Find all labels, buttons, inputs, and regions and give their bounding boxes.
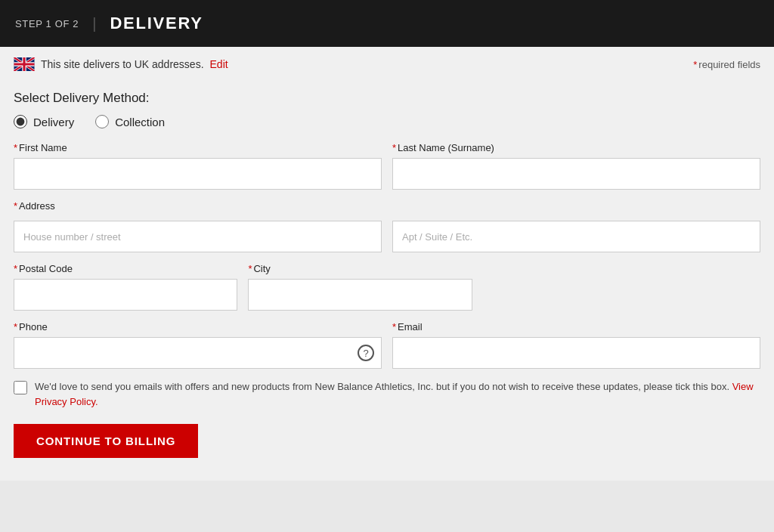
email-label: *Email <box>392 321 760 332</box>
email-group: *Email <box>392 321 760 369</box>
postal-code-input[interactable] <box>14 279 237 311</box>
page-title: DELIVERY <box>110 14 203 33</box>
delivery-radio-label[interactable]: Delivery <box>14 115 74 128</box>
delivery-radio[interactable] <box>14 115 27 128</box>
delivery-method-title: Select Delivery Method: <box>14 91 760 106</box>
email-input[interactable] <box>392 337 760 369</box>
city-input[interactable] <box>248 279 472 311</box>
continue-to-billing-button[interactable]: CONTINUE TO BILLING <box>14 424 198 458</box>
postal-code-group: *Postal Code <box>14 263 237 311</box>
delivery-option-label: Delivery <box>33 116 74 128</box>
required-fields-notice: *required fields <box>693 59 760 70</box>
collection-option-label: Collection <box>115 116 165 128</box>
header-divider: | <box>92 15 96 32</box>
first-name-input[interactable] <box>14 158 382 190</box>
address-line1-input[interactable] <box>14 221 382 252</box>
step-label: STEP 1 OF 2 <box>15 18 79 29</box>
info-bar-left: This site delivers to UK addresses. Edit <box>14 57 228 71</box>
uk-flag-icon <box>14 57 35 71</box>
postal-city-row: *Postal Code *City <box>14 263 760 311</box>
page-header: STEP 1 OF 2 | DELIVERY <box>0 0 774 47</box>
last-name-label: *Last Name (Surname) <box>392 142 760 153</box>
delivery-method-section: Select Delivery Method: Delivery Collect… <box>14 91 760 369</box>
first-name-group: *First Name <box>14 142 382 190</box>
required-star: * <box>693 59 697 70</box>
phone-email-row: *Phone ? *Email <box>14 321 760 369</box>
address-line2-input[interactable] <box>392 221 760 252</box>
first-name-label: *First Name <box>14 142 382 153</box>
last-name-input[interactable] <box>392 158 760 190</box>
name-row: *First Name *Last Name (Surname) <box>14 142 760 190</box>
last-name-group: *Last Name (Surname) <box>392 142 760 190</box>
postal-code-label: *Postal Code <box>14 263 237 274</box>
address-label-group: *Address <box>14 200 760 216</box>
checkbox-text: We'd love to send you emails with offers… <box>35 379 760 409</box>
main-content: This site delivers to UK addresses. Edit… <box>0 47 774 481</box>
phone-label: *Phone <box>14 321 382 332</box>
phone-input[interactable] <box>14 337 382 369</box>
email-opt-out-area: We'd love to send you emails with offers… <box>14 379 760 409</box>
address-label: *Address <box>14 200 760 212</box>
info-bar: This site delivers to UK addresses. Edit… <box>14 47 760 79</box>
phone-wrapper: ? <box>14 337 382 369</box>
delivery-info-text: This site delivers to UK addresses. <box>41 58 204 70</box>
delivery-method-radio-group: Delivery Collection <box>14 115 760 128</box>
collection-radio[interactable] <box>95 115 109 128</box>
email-opt-out-checkbox[interactable] <box>14 381 27 394</box>
phone-help-icon[interactable]: ? <box>358 345 374 361</box>
edit-link[interactable]: Edit <box>210 58 228 70</box>
collection-radio-label[interactable]: Collection <box>95 115 165 128</box>
address-line1-group <box>14 221 382 252</box>
city-label: *City <box>248 263 472 274</box>
address-line2-group <box>392 221 760 252</box>
phone-group: *Phone ? <box>14 321 382 369</box>
address-row <box>14 221 760 252</box>
city-group: *City <box>248 263 472 311</box>
